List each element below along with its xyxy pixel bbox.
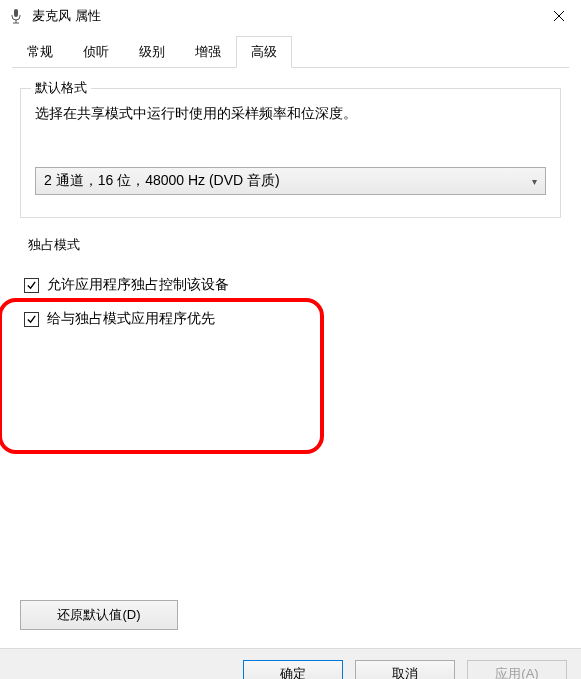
checkbox-label: 给与独占模式应用程序优先 bbox=[47, 310, 215, 328]
group-default-format-legend: 默认格式 bbox=[31, 79, 91, 97]
sample-format-select[interactable]: 2 通道，16 位，48000 Hz (DVD 音质) ▾ bbox=[35, 167, 546, 195]
tab-advanced[interactable]: 高级 bbox=[236, 36, 292, 68]
checkbox-label: 允许应用程序独占控制该设备 bbox=[47, 276, 229, 294]
check-icon bbox=[26, 280, 37, 291]
group-default-format: 默认格式 选择在共享模式中运行时使用的采样频率和位深度。 2 通道，16 位，4… bbox=[20, 88, 561, 218]
cancel-label: 取消 bbox=[392, 665, 418, 680]
default-format-description: 选择在共享模式中运行时使用的采样频率和位深度。 bbox=[35, 105, 546, 123]
microphone-icon bbox=[8, 8, 24, 24]
close-button[interactable] bbox=[536, 0, 581, 32]
restore-defaults-button[interactable]: 还原默认值(D) bbox=[20, 600, 178, 630]
tab-enhancements[interactable]: 增强 bbox=[180, 36, 236, 68]
close-icon bbox=[553, 10, 565, 22]
checkbox-box bbox=[24, 312, 39, 327]
dialog-button-bar: 确定 取消 应用(A) bbox=[0, 648, 581, 679]
ok-button[interactable]: 确定 bbox=[243, 660, 343, 680]
apply-button: 应用(A) bbox=[467, 660, 567, 680]
checkbox-allow-exclusive[interactable]: 允许应用程序独占控制该设备 bbox=[24, 276, 557, 294]
ok-label: 确定 bbox=[280, 665, 306, 680]
sample-format-row: 2 通道，16 位，48000 Hz (DVD 音质) ▾ bbox=[35, 167, 546, 195]
checkbox-box bbox=[24, 278, 39, 293]
restore-defaults-label: 还原默认值(D) bbox=[57, 606, 140, 624]
svg-rect-0 bbox=[14, 9, 18, 17]
check-icon bbox=[26, 314, 37, 325]
group-exclusive-mode-legend: 独占模式 bbox=[24, 236, 84, 254]
cancel-button[interactable]: 取消 bbox=[355, 660, 455, 680]
chevron-down-icon: ▾ bbox=[532, 176, 537, 187]
tab-levels[interactable]: 级别 bbox=[124, 36, 180, 68]
apply-label: 应用(A) bbox=[495, 665, 538, 680]
group-exclusive-mode: 独占模式 允许应用程序独占控制该设备 给与独占模式应用程序优先 bbox=[20, 246, 561, 336]
tab-listen[interactable]: 侦听 bbox=[68, 36, 124, 68]
window-title: 麦克风 属性 bbox=[32, 7, 536, 25]
checkbox-exclusive-priority[interactable]: 给与独占模式应用程序优先 bbox=[24, 310, 557, 328]
titlebar: 麦克风 属性 bbox=[0, 0, 581, 32]
tab-panel-advanced: 默认格式 选择在共享模式中运行时使用的采样频率和位深度。 2 通道，16 位，4… bbox=[0, 68, 581, 648]
tab-general[interactable]: 常规 bbox=[12, 36, 68, 68]
tabs: 常规 侦听 级别 增强 高级 bbox=[0, 32, 581, 68]
sample-format-value: 2 通道，16 位，48000 Hz (DVD 音质) bbox=[44, 172, 280, 190]
